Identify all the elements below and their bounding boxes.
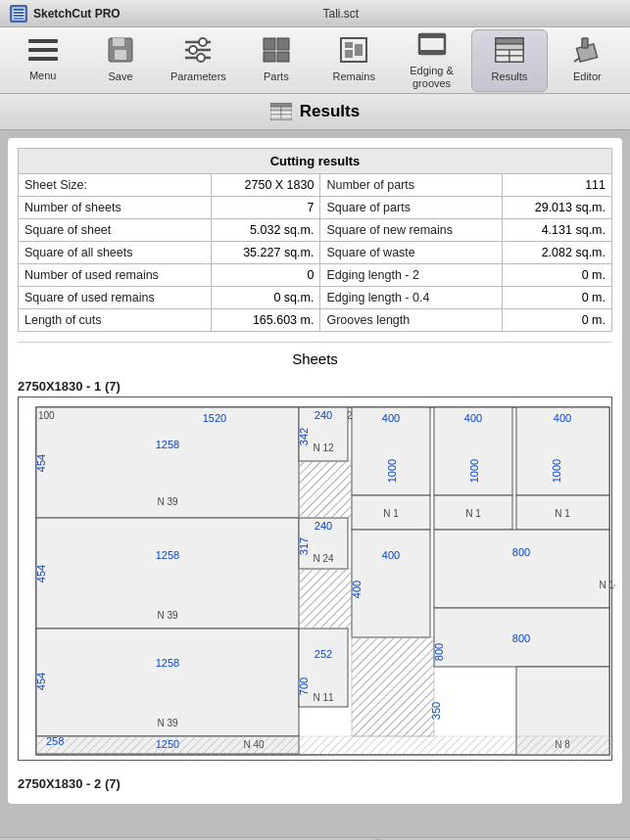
svg-rect-65 [299, 569, 352, 629]
num-label: N 11 [313, 692, 334, 703]
part-label: 252 [315, 648, 332, 660]
edging-icon [417, 30, 447, 63]
svg-rect-26 [419, 50, 445, 54]
svg-rect-6 [28, 57, 58, 61]
parts-icon [262, 36, 291, 69]
part-label: 400 [382, 412, 400, 424]
part-label: 240 [315, 409, 332, 421]
svg-rect-25 [419, 34, 445, 38]
part-label: 800 [512, 632, 530, 644]
svg-rect-22 [355, 44, 363, 56]
svg-rect-28 [496, 38, 523, 44]
cutting-results-table: Cutting results Sheet Size: 2750 X 1830 … [18, 148, 612, 332]
svg-rect-38 [270, 103, 292, 107]
num-label: N 39 [157, 496, 178, 507]
part-label: 1258 [156, 549, 179, 561]
dim-label: 454 [35, 673, 47, 690]
results-header-icon [270, 103, 292, 120]
parameters-icon [183, 36, 213, 69]
dim-label: 454 [35, 565, 47, 583]
toolbar-parts-label: Parts [264, 70, 289, 83]
svg-rect-67 [36, 736, 612, 755]
toolbar-parameters-label: Parameters [170, 70, 226, 83]
sq-all-sheets-label: Square of all sheets [19, 242, 212, 264]
toolbar-results-label: Results [492, 70, 528, 83]
page-title: Results [300, 102, 360, 121]
toolbar-parts[interactable]: Parts [238, 29, 315, 92]
results-header: Results [0, 94, 630, 130]
length-cuts-val: 165.603 m. [211, 309, 320, 332]
app-name: SketchCut PRO [33, 7, 121, 21]
part-label: 317 [298, 537, 310, 555]
svg-rect-41 [270, 111, 281, 115]
svg-rect-59 [352, 530, 430, 637]
num-sheets-val: 7 [211, 197, 320, 219]
sq-all-sheets-val: 35.227 sq.m. [211, 242, 320, 264]
part-label: 800 [512, 546, 530, 558]
table-row: Square of sheet 5.032 sq.m. Square of ne… [19, 219, 612, 242]
svg-rect-2 [13, 14, 24, 15]
dim-label: 1000 [386, 459, 398, 483]
toolbar-remains[interactable]: Remains [315, 29, 392, 92]
svg-rect-23 [345, 50, 353, 58]
svg-rect-33 [509, 56, 523, 62]
edging-04-val: 0 m. [503, 287, 612, 309]
part-label: 400 [382, 549, 400, 561]
dim-label: 400 [351, 581, 363, 598]
table-row: Number of sheets 7 Square of parts 29.01… [19, 197, 612, 219]
svg-rect-31 [509, 50, 523, 56]
length-cuts-label: Length of cuts [19, 309, 212, 332]
svg-rect-39 [270, 107, 281, 111]
svg-rect-35 [582, 38, 588, 48]
svg-rect-5 [28, 48, 58, 52]
toolbar-editor-label: Editor [573, 70, 602, 83]
part-label: 454 [35, 454, 47, 472]
sq-sheet-val: 5.032 sq.m. [211, 219, 320, 242]
edging-2-label: Edging length - 2 [320, 264, 503, 287]
svg-rect-18 [264, 52, 275, 62]
toolbar-results[interactable]: Results [471, 29, 548, 92]
dim-label: 1520 [203, 412, 226, 424]
svg-rect-30 [496, 50, 509, 56]
toolbar-save[interactable]: Save [82, 29, 159, 92]
num-used-remains-val: 0 [211, 264, 320, 287]
part-label: 1258 [156, 439, 179, 450]
sheet2-label: 2750X1830 - 2 (7) [18, 770, 612, 794]
part-label: 400 [554, 412, 571, 424]
remains-icon [339, 36, 368, 69]
svg-rect-42 [281, 111, 292, 115]
grooves-val: 0 m. [503, 309, 612, 332]
grooves-label: Grooves length [320, 309, 503, 332]
dim-label: 1000 [551, 459, 562, 483]
toolbar-menu[interactable]: Menu [5, 29, 81, 92]
menu-icon [28, 37, 58, 68]
toolbar-remains-label: Remains [332, 70, 374, 83]
editor-icon [572, 36, 602, 69]
toolbar: Menu Save Parameters Parts Remains Edgin… [0, 27, 630, 94]
svg-rect-66 [352, 637, 434, 736]
table-row: Square of all sheets 35.227 sq.m. Square… [19, 242, 612, 264]
sheet-size-label: Sheet Size: [19, 174, 212, 197]
edging-04-label: Edging length - 0.4 [320, 287, 503, 309]
svg-point-14 [189, 46, 197, 54]
content-area: Cutting results Sheet Size: 2750 X 1830 … [8, 138, 622, 804]
toolbar-editor[interactable]: Editor [549, 29, 625, 92]
num-parts-val: 111 [503, 174, 612, 197]
sheet1-label: 2750X1830 - 1 (7) [18, 373, 612, 397]
page-content: Cutting results Sheet Size: 2750 X 1830 … [0, 130, 630, 837]
num-parts-label: Number of parts [320, 174, 503, 197]
num-label: N 24 [313, 553, 334, 564]
toolbar-edging[interactable]: Edging & grooves [394, 29, 470, 92]
sheets-title: Sheets [18, 342, 612, 373]
part-label: 1258 [156, 657, 179, 669]
svg-rect-16 [264, 38, 275, 50]
svg-rect-64 [299, 461, 352, 518]
toolbar-parameters[interactable]: Parameters [160, 29, 236, 92]
dim-label: 1000 [468, 459, 480, 483]
svg-rect-43 [270, 115, 281, 118]
num-label: N 1 [383, 508, 399, 519]
sq-new-remains-val: 4.131 sq.m. [503, 219, 612, 242]
svg-rect-29 [496, 44, 523, 50]
svg-rect-8 [113, 38, 124, 46]
cutting-results-header: Cutting results [19, 149, 612, 174]
